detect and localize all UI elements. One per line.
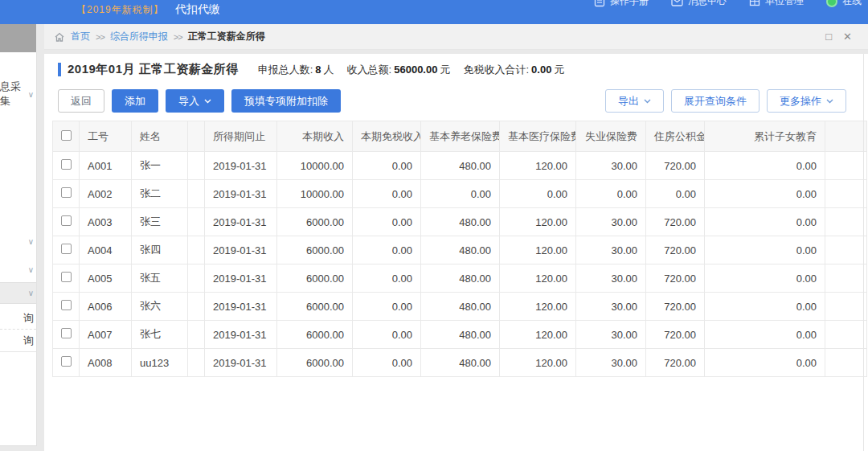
row-checkbox[interactable] [61, 272, 72, 282]
table-cell: 6000.00 [277, 208, 353, 236]
column-header [188, 121, 205, 152]
table-cell: 0.00 [500, 180, 576, 208]
table-cell: 720.00 [646, 349, 705, 377]
column-header: 所得期间止 [205, 121, 277, 152]
row-checkbox[interactable] [61, 244, 72, 254]
table-cell: 张一 [132, 152, 188, 180]
table-cell [825, 321, 867, 349]
table-cell: 2019-01-31 [205, 349, 277, 377]
chevron-down-icon [204, 99, 211, 104]
table-cell: 120.00 [500, 349, 576, 377]
close-icon[interactable]: ✕ [843, 31, 852, 43]
table-cell: 0.00 [421, 180, 500, 208]
table-row: A004张四2019-01-316000.000.00480.00120.003… [53, 236, 867, 264]
export-button[interactable]: 导出 [605, 89, 664, 113]
breadcrumb-current: 正常工资薪金所得 [188, 30, 265, 43]
sidebar-item-active-group[interactable]: ∨ [0, 282, 36, 304]
sidebar-item-query-1[interactable]: 询 [0, 308, 36, 330]
import-button[interactable]: 导入 [166, 89, 224, 113]
menu-item-online-status[interactable]: 在线 [826, 0, 862, 8]
table-cell: 张三 [132, 208, 188, 236]
manual-icon [594, 0, 605, 7]
row-checkbox[interactable] [61, 215, 72, 226]
table-cell: 2019-01-31 [205, 264, 277, 293]
stat-total-people: 申报总人数:8人 [258, 63, 334, 77]
table-cell: A001 [80, 152, 132, 180]
table-cell [188, 264, 205, 293]
table-cell: A006 [80, 293, 132, 321]
row-checkbox[interactable] [61, 187, 72, 198]
select-all-checkbox[interactable] [61, 130, 72, 141]
table-cell: 张六 [132, 293, 188, 321]
sidebar-item-query-2[interactable]: 询 [0, 330, 36, 352]
table-cell: 0.00 [353, 208, 421, 236]
menu-item-org[interactable]: 单位管理 [749, 0, 804, 8]
back-button[interactable]: 返回 [58, 89, 104, 113]
column-header: 基本养老保险费 [421, 121, 500, 152]
table-cell: A005 [80, 264, 132, 293]
table-cell: 720.00 [646, 293, 705, 321]
table-row: A005张五2019-01-316000.000.00480.00120.003… [53, 264, 867, 293]
more-actions-button[interactable]: 更多操作 [767, 89, 846, 113]
row-checkbox[interactable] [61, 356, 72, 367]
sidebar-item-collapsed-2[interactable]: ∨ [0, 260, 36, 278]
maximize-icon[interactable]: □ [825, 31, 832, 43]
row-checkbox[interactable] [61, 159, 72, 170]
table-cell: 30.00 [576, 321, 646, 349]
table-cell: 张四 [132, 236, 188, 264]
table-cell: A007 [80, 321, 132, 349]
tab-withholding[interactable]: 代扣代缴 [175, 2, 220, 17]
row-select-cell [53, 293, 80, 321]
table-cell [188, 321, 205, 349]
table-cell: 张七 [132, 321, 188, 349]
row-checkbox[interactable] [61, 300, 72, 310]
org-icon [749, 0, 760, 6]
salary-table-wrap: 工号姓名所得期间止本期收入本期免税收入基本养老保险费基本医疗保险费失业保险费住房… [52, 121, 862, 377]
prefill-special-deduction-button[interactable]: 预填专项附加扣除 [231, 89, 341, 113]
table-cell [825, 236, 867, 264]
table-cell: 0.00 [646, 180, 705, 208]
row-checkbox[interactable] [61, 328, 72, 338]
table-cell: 2019-01-31 [205, 152, 277, 180]
table-cell: 2019-01-31 [205, 208, 277, 236]
sidebar-header-stub [0, 24, 36, 52]
version-tag: 【2019年新税制】 [76, 3, 164, 17]
table-cell: 张二 [132, 180, 188, 208]
table-cell: 10000.00 [277, 152, 353, 180]
table-cell: 10000.00 [277, 180, 353, 208]
breadcrumb-home[interactable]: 首页 [71, 30, 90, 43]
salary-table: 工号姓名所得期间止本期收入本期免税收入基本养老保险费基本医疗保险费失业保险费住房… [52, 121, 867, 377]
row-select-cell [53, 208, 80, 236]
table-cell: 0.00 [705, 349, 825, 377]
row-select-cell [53, 152, 80, 180]
breadcrumb-comprehensive-income[interactable]: 综合所得申报 [110, 30, 168, 43]
table-cell: 2019-01-31 [205, 180, 277, 208]
table-cell: 0.00 [705, 293, 825, 321]
table-cell: 2019-01-31 [205, 321, 277, 349]
table-cell [188, 349, 205, 377]
table-cell: 120.00 [500, 236, 576, 264]
table-header-row: 工号姓名所得期间止本期收入本期免税收入基本养老保险费基本医疗保险费失业保险费住房… [53, 121, 867, 152]
chevron-down-icon: ∨ [28, 265, 34, 274]
table-cell: 120.00 [500, 152, 576, 180]
table-cell: 480.00 [421, 293, 500, 321]
table-cell: 6000.00 [277, 293, 353, 321]
table-cell: A008 [80, 349, 132, 377]
table-cell [825, 152, 867, 180]
expand-query-button[interactable]: 展开查询条件 [671, 89, 760, 113]
tax-declaration-app: { "topbar": { "version_tag": "【2019年新税制】… [0, 0, 868, 451]
menu-item-messages[interactable]: 消息中心 [671, 0, 727, 8]
menu-item-manual[interactable]: 操作手册 [594, 0, 649, 8]
topbar-menu: 操作手册 消息中心 单位管理 在线 [594, 0, 862, 8]
stat-tax-free-income: 免税收入合计:0.00元 [463, 63, 564, 77]
table-row: A003张三2019-01-316000.000.00480.00120.003… [53, 208, 867, 236]
table-cell: 6000.00 [277, 349, 353, 377]
table-cell: 0.00 [353, 321, 421, 349]
table-cell: 0.00 [353, 349, 421, 377]
sidebar-item-info-collect[interactable]: 息采集 ∨ [0, 84, 36, 104]
sidebar-item-collapsed-1[interactable]: ∨ [0, 232, 36, 250]
row-select-cell [53, 180, 80, 208]
add-button[interactable]: 添加 [112, 89, 158, 113]
chevron-down-icon [826, 99, 833, 104]
scrollbar-track[interactable] [863, 54, 864, 451]
